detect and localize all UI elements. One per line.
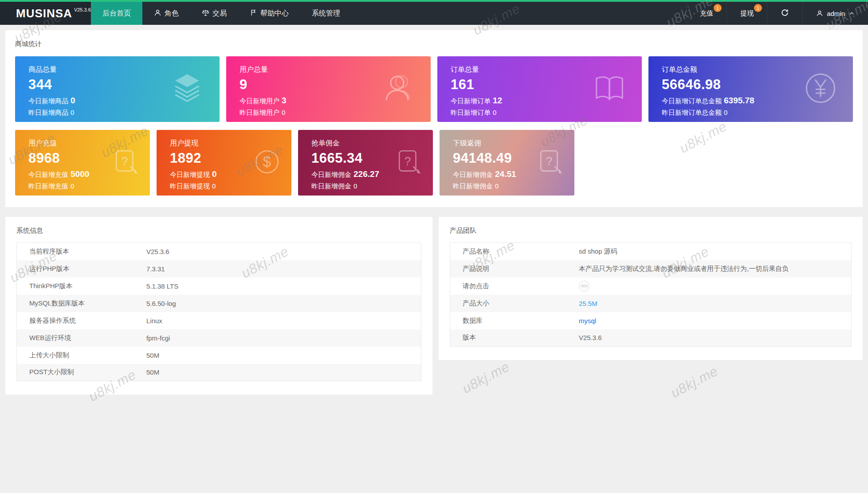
stat-yesterday-label: 昨日新增充值 bbox=[28, 182, 68, 190]
dollar-icon: $ bbox=[252, 147, 282, 178]
doc-question-icon: ? bbox=[394, 147, 423, 178]
svg-text:?: ? bbox=[404, 155, 411, 168]
stat-yesterday: 昨日新增佣金0 bbox=[311, 182, 433, 191]
username: admin bbox=[827, 10, 845, 17]
stat-today-label: 今日新增佣金 bbox=[453, 171, 493, 178]
row-label: WEB运行环境 bbox=[17, 329, 134, 347]
row-value: V25.3.6 bbox=[134, 243, 421, 260]
table-row: 版本V25.3.6 bbox=[450, 329, 852, 347]
svg-text:$: $ bbox=[263, 153, 271, 170]
stat-title: 下级返佣 bbox=[453, 139, 574, 148]
svg-text:?: ? bbox=[546, 155, 552, 168]
scales-icon bbox=[202, 9, 212, 18]
stat-today-label: 今日新增用户 bbox=[240, 97, 279, 105]
row-label: POST大小限制 bbox=[17, 364, 134, 381]
stat-yesterday: 昨日新增商品0 bbox=[28, 109, 220, 117]
table-row: 产品说明本产品只为学习测试交流,请勿要做商业或者用于违法行为,一切后果自负 bbox=[450, 260, 852, 278]
system-info-table: 当前程序版本V25.3.6 运行PHP版本7.3.31 ThinkPHP版本5.… bbox=[16, 243, 421, 381]
row-label: 请勿点击 bbox=[450, 278, 566, 295]
user-menu[interactable]: admin bbox=[802, 2, 868, 25]
book-icon bbox=[592, 71, 627, 107]
menu-item-label: 帮助中心 bbox=[260, 9, 289, 18]
stat-yesterday-label: 昨日新增商品 bbox=[28, 109, 68, 116]
section-title-system-info: 系统信息 bbox=[16, 227, 421, 235]
menu-item-label: 角色 bbox=[165, 9, 179, 18]
stat-today-value: 24.51 bbox=[495, 169, 516, 179]
withdraw-badge: 1 bbox=[754, 4, 762, 12]
bottom-panels: 系统信息 当前程序版本V25.3.6 运行PHP版本7.3.31 ThinkPH… bbox=[5, 217, 863, 395]
row-value: sd shop 源码 bbox=[566, 243, 852, 260]
stat-today-label: 今日新增佣金 bbox=[311, 171, 351, 178]
stat-yesterday-label: 昨日新增订单总金额 bbox=[662, 109, 722, 116]
table-row: 数据库mysql bbox=[450, 312, 852, 329]
menu-item-label: 交易 bbox=[212, 9, 227, 18]
person-icon bbox=[154, 9, 165, 18]
stat-card-user-withdraw: 用户提现 1892 今日新增提现0 昨日新增提现0 $ bbox=[157, 130, 291, 196]
stat-card-users-total: 用户总量 9 今日新增用户3 昨日新增用户0 bbox=[226, 56, 431, 122]
withdraw-button[interactable]: 提现 1 bbox=[727, 2, 767, 25]
svg-text:?: ? bbox=[121, 155, 128, 168]
doc-question-icon: ? bbox=[111, 147, 140, 178]
menu-item-system[interactable]: 系统管理 bbox=[300, 2, 352, 25]
stat-yesterday-label: 昨日新增佣金 bbox=[453, 182, 493, 190]
stat-today-label: 今日新增订单总金额 bbox=[662, 97, 722, 105]
menu-item-label: 后台首页 bbox=[102, 9, 131, 18]
row-label: 上传大小限制 bbox=[17, 347, 134, 364]
stat-yesterday-value: 0 bbox=[493, 109, 496, 116]
row-label: 运行PHP版本 bbox=[17, 260, 134, 278]
row-value: Linux bbox=[134, 312, 421, 329]
row-value: V25.3.6 bbox=[566, 329, 852, 347]
stat-yesterday: 昨日新增提现0 bbox=[170, 182, 291, 191]
stat-yesterday: 昨日新增订单总金额0 bbox=[662, 109, 853, 117]
stat-yesterday-value: 0 bbox=[282, 109, 285, 116]
table-row: 当前程序版本V25.3.6 bbox=[17, 243, 421, 260]
stat-today-label: 今日新增订单 bbox=[451, 97, 491, 105]
user-icon bbox=[816, 10, 823, 17]
row-label: 产品名称 bbox=[450, 243, 566, 260]
stat-yesterday-value: 0 bbox=[71, 109, 74, 116]
404-badge[interactable]: 404 bbox=[579, 281, 590, 292]
refresh-icon bbox=[781, 8, 789, 18]
stat-today-value: 5000 bbox=[71, 169, 89, 179]
table-row: 服务器操作系统Linux bbox=[17, 312, 421, 329]
database-link[interactable]: mysql bbox=[579, 317, 596, 325]
row-value: 5.1.38 LTS bbox=[134, 278, 421, 295]
stat-card-goods-total: 商品总量 344 今日新增商品0 昨日新增商品0 bbox=[15, 56, 220, 122]
menu-item-help[interactable]: 帮助中心 bbox=[238, 2, 300, 25]
top-navbar: MUSINSA V25.3.6 后台首页 角色 交易 帮助中心 系统管理 充值 … bbox=[0, 0, 868, 25]
stat-today-label: 今日新增提现 bbox=[170, 171, 210, 178]
table-row: 产品大小25.5M bbox=[450, 295, 852, 312]
recharge-button[interactable]: 充值 1 bbox=[686, 2, 727, 25]
recharge-label: 充值 bbox=[700, 9, 713, 18]
system-info-panel: 系统信息 当前程序版本V25.3.6 运行PHP版本7.3.31 ThinkPH… bbox=[5, 217, 432, 395]
logo-text: MUSINSA bbox=[16, 7, 72, 20]
stat-card-order-amount: 订单总金额 56646.98 今日新增订单总金额6395.78 昨日新增订单总金… bbox=[648, 56, 853, 122]
stat-card-orders-total: 订单总量 161 今日新增订单12 昨日新增订单0 bbox=[437, 56, 642, 122]
flag-icon bbox=[250, 9, 260, 18]
table-row: ThinkPHP版本5.1.38 LTS bbox=[17, 278, 421, 295]
stat-today-label: 今日新增充值 bbox=[28, 171, 68, 178]
stats-row-1: 商品总量 344 今日新增商品0 昨日新增商品0 用户总量 9 今日新增用户3 … bbox=[15, 56, 853, 122]
row-value: 50M bbox=[134, 364, 421, 381]
table-row: 产品名称sd shop 源码 bbox=[450, 243, 852, 260]
section-title-mall-stats: 商城统计 bbox=[15, 40, 853, 48]
menu-item-trade[interactable]: 交易 bbox=[190, 2, 238, 25]
section-title-product-team: 产品团队 bbox=[450, 227, 852, 235]
row-label: 数据库 bbox=[450, 312, 566, 329]
table-row: POST大小限制50M bbox=[17, 364, 421, 381]
logo[interactable]: MUSINSA V25.3.6 bbox=[0, 2, 91, 25]
main-menu: 后台首页 角色 交易 帮助中心 系统管理 bbox=[91, 2, 352, 25]
menu-item-dashboard[interactable]: 后台首页 bbox=[91, 2, 142, 25]
product-size-link[interactable]: 25.5M bbox=[579, 300, 597, 307]
stat-card-sub-rebate: 下级返佣 94148.49 今日新增佣金24.51 昨日新增佣金0 ? bbox=[440, 130, 574, 196]
menu-item-roles[interactable]: 角色 bbox=[142, 2, 190, 25]
navbar-actions: 充值 1 提现 1 admin bbox=[686, 2, 868, 25]
stat-title: 抢单佣金 bbox=[311, 139, 433, 148]
stat-yesterday-value: 0 bbox=[71, 182, 74, 190]
stat-title: 用户提现 bbox=[170, 139, 291, 148]
yen-icon bbox=[803, 71, 838, 107]
logo-version: V25.3.6 bbox=[74, 7, 91, 12]
stat-today-value: 0 bbox=[71, 96, 75, 105]
stat-today-label: 今日新增商品 bbox=[28, 97, 68, 105]
refresh-button[interactable] bbox=[767, 2, 802, 25]
